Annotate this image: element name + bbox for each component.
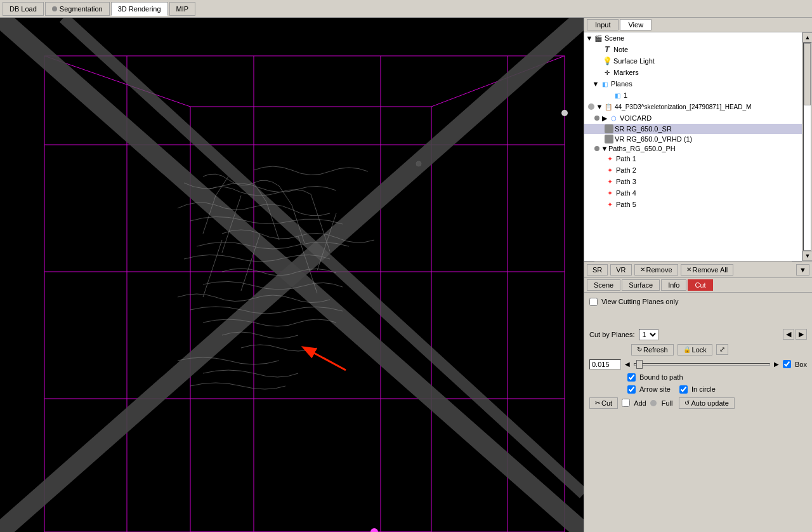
bound-to-path-label: Bound to path	[639, 373, 683, 381]
sr-label: SR RG_650.0_SR	[615, 125, 672, 133]
auto-update-label: Auto update	[691, 399, 728, 407]
view-cutting-planes-row: View Cutting Planes only	[589, 298, 807, 306]
sub-tab-surface[interactable]: Surface	[622, 279, 660, 291]
skel-label: 44_P3D3^skeletonization_[24790871]_HEAD_…	[615, 103, 751, 110]
sub-tab-cut[interactable]: Cut	[688, 279, 712, 291]
sr-icon	[605, 124, 613, 133]
planes-label: Planes	[611, 80, 632, 88]
tree-item-skel[interactable]: ▼ 📋 44_P3D3^skeletonization_[24790871]_H…	[584, 101, 802, 112]
expand-planes[interactable]: ▼	[592, 80, 599, 88]
remove-button[interactable]: ✕ Remove	[634, 264, 678, 276]
add-label: Add	[634, 399, 646, 407]
tree-item-path5[interactable]: ✦ Path 5	[584, 199, 802, 210]
markers-label: Markers	[613, 69, 639, 76]
top-tab-bar: DB Load Segmentation 3D Rendering MIP	[0, 0, 812, 18]
sub-tab-scene[interactable]: Scene	[587, 279, 620, 291]
tab-db-load-label: DB Load	[10, 5, 37, 13]
path3-icon: ✦	[605, 176, 615, 187]
vr-button[interactable]: VR	[610, 264, 631, 276]
cut-slider[interactable]	[634, 363, 770, 366]
tab-view[interactable]: View	[620, 19, 652, 30]
tree-item-note[interactable]: T Note	[584, 44, 802, 55]
cut-nav-next[interactable]: ▶	[796, 329, 807, 340]
vscroll-down[interactable]: ▼	[802, 251, 812, 261]
tree-item-voicard[interactable]: ▶ ⬡ VOICARD	[584, 112, 802, 124]
auto-update-button[interactable]: ↺ Auto update	[679, 397, 734, 409]
sub-tab-info[interactable]: Info	[661, 279, 686, 291]
path5-icon: ✦	[605, 199, 615, 209]
tree-item-surface-light[interactable]: 💡 Surface Light	[584, 55, 802, 67]
tab-segmentation[interactable]: Segmentation	[45, 2, 110, 16]
skel-icon: 📋	[603, 102, 613, 112]
tab-3d-rendering[interactable]: 3D Rendering	[111, 2, 168, 16]
sr-button[interactable]: SR	[587, 264, 608, 276]
auto-update-icon: ↺	[684, 399, 690, 406]
path3-label: Path 3	[616, 178, 636, 185]
3d-viewport[interactable]	[0, 18, 584, 532]
path4-icon: ✦	[605, 188, 615, 198]
tree-item-sr[interactable]: SR RG_650.0_SR	[584, 124, 802, 134]
tree-item-scene[interactable]: ▼ 🎬 Scene	[584, 32, 802, 44]
path2-icon: ✦	[605, 165, 615, 175]
refresh-icon: ↻	[637, 346, 642, 353]
tree-vscrollbar[interactable]: ▲ ▼	[802, 32, 812, 261]
bound-to-path-row: Bound to path	[589, 373, 807, 382]
refresh-button[interactable]: ↻ Refresh	[631, 344, 674, 356]
marker-icon: ✛	[602, 67, 612, 77]
path4-label: Path 4	[616, 189, 636, 197]
tree-item-vr[interactable]: VR RG_650.0_VRHD (1)	[584, 134, 802, 144]
cut-action-button[interactable]: ✂ Cut	[589, 397, 618, 409]
voicard-label: VOICARD	[620, 114, 652, 122]
cut-nav-prev[interactable]: ◀	[783, 329, 794, 340]
tree-item-markers[interactable]: ✛ Markers	[584, 67, 802, 78]
bound-to-path-checkbox[interactable]	[627, 373, 636, 382]
vscroll-up[interactable]: ▲	[802, 32, 812, 43]
sr-button-label: SR	[593, 266, 602, 274]
tree-item-path4[interactable]: ✦ Path 4	[584, 187, 802, 199]
svg-point-20	[561, 110, 568, 116]
cut-panel: View Cutting Planes only Cut by Planes: …	[584, 293, 812, 533]
remove-all-button[interactable]: ✕ Remove All	[681, 264, 734, 276]
tree-item-planes[interactable]: ▼ ◧ Planes	[584, 78, 802, 90]
cut-by-planes-select[interactable]: 1	[639, 329, 658, 340]
slider-value-input[interactable]	[589, 359, 621, 369]
tree-item-paths[interactable]: ▼ Paths_RG_650.0_PH	[584, 144, 802, 153]
expand-lock-icon: ⤢	[719, 345, 725, 354]
refresh-label: Refresh	[643, 346, 668, 354]
right-panel: Input View ▼ 🎬 Scene	[584, 18, 812, 532]
tab-mip[interactable]: MIP	[169, 2, 196, 16]
arrow-site-row: Arrow site In circle	[589, 385, 807, 394]
tree-area: ▼ 🎬 Scene T Note 💡 Surface Lig	[584, 32, 812, 261]
expand-scene[interactable]: ▼	[586, 34, 593, 42]
lock-button[interactable]: 🔒 Lock	[678, 344, 712, 356]
expand-button[interactable]: ▼	[796, 264, 809, 276]
remove-all-label: Remove All	[693, 266, 728, 274]
sub-tabs: Scene Surface Info Cut	[584, 278, 812, 293]
slider-left-arrow[interactable]: ◀	[625, 361, 630, 368]
box-checkbox[interactable]	[783, 360, 791, 368]
tab-input[interactable]: Input	[587, 19, 619, 30]
tree-item-path2[interactable]: ✦ Path 2	[584, 164, 802, 176]
expand-skel[interactable]: ▼	[596, 103, 603, 110]
slider-right-arrow[interactable]: ▶	[774, 361, 779, 368]
view-cutting-planes-checkbox[interactable]	[589, 298, 598, 306]
vscroll-thumb[interactable]	[804, 43, 811, 105]
vscroll-track[interactable]	[803, 43, 811, 251]
expand-lock-button[interactable]: ⤢	[716, 344, 728, 355]
skel-dot	[588, 103, 594, 110]
in-circle-checkbox[interactable]	[679, 385, 688, 394]
cut-by-planes-row: Cut by Planes: 1 ◀ ▶	[589, 329, 807, 340]
tree-item-path1[interactable]: ✦ Path 1	[584, 153, 802, 164]
tree-item-path3[interactable]: ✦ Path 3	[584, 176, 802, 187]
arrow-site-checkbox[interactable]	[627, 385, 636, 394]
add-checkbox[interactable]	[622, 399, 630, 407]
tab-db-load[interactable]: DB Load	[3, 2, 44, 16]
expand-voicard[interactable]: ▶	[601, 114, 608, 123]
voicard-icon: ⬡	[608, 113, 619, 123]
tree-item-planes-1[interactable]: ◧ 1	[584, 90, 802, 101]
expand-paths[interactable]: ▼	[601, 145, 608, 152]
paths-label: Paths_RG_650.0_PH	[608, 145, 676, 152]
tree-wrap: ▼ 🎬 Scene T Note 💡 Surface Lig	[584, 32, 812, 262]
arrow-site-label: Arrow site	[639, 385, 671, 393]
cut-nav-buttons: ◀ ▶	[783, 329, 807, 340]
